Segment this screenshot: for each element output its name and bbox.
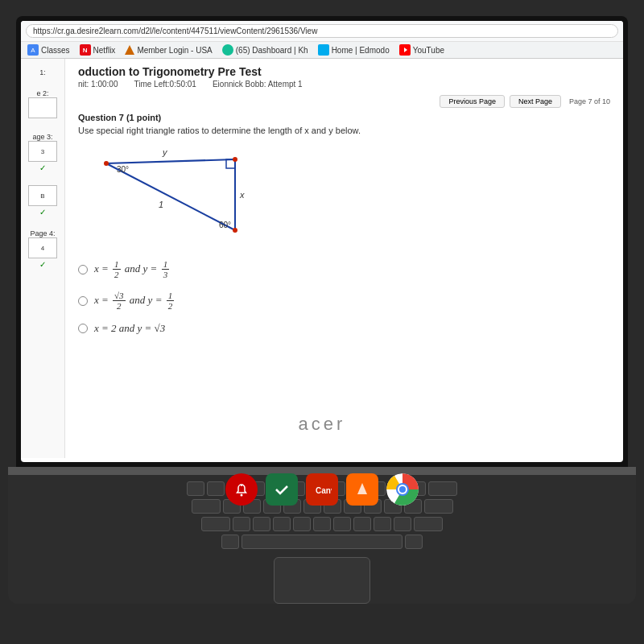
- answer-choice-a[interactable]: x = 12 and y = 13: [78, 259, 610, 279]
- quiz-info: nit: 1:00:00 Time Left:0:50:01 Eionnick …: [78, 80, 610, 89]
- main-content: oduction to Trigonometry Pre Test nit: 1…: [65, 59, 623, 458]
- screen: https://cr.ga.desire2learn.com/d2l/le/co…: [21, 21, 623, 462]
- page-content: 1: e 2: age 3: 3 ✓ B ✓: [21, 59, 623, 458]
- dock-canvas-icon[interactable]: Canv: [306, 473, 338, 506]
- nav-buttons: Previous Page Next Page: [440, 95, 561, 108]
- bookmark-youtube[interactable]: YouTube: [399, 44, 444, 56]
- question-points: (1 point): [126, 113, 161, 122]
- bookmark-khan[interactable]: (65) Dashboard | Kh: [222, 44, 308, 56]
- svg-text:Canv: Canv: [316, 486, 332, 495]
- svg-point-10: [233, 157, 237, 162]
- bookmark-member-label: Member Login - USA: [137, 46, 212, 55]
- key-f[interactable]: [293, 517, 311, 531]
- sidebar-check-b: ✓: [39, 208, 46, 217]
- sidebar-item-4[interactable]: Page 4: 4 ✓: [24, 226, 61, 272]
- key-s[interactable]: [253, 517, 270, 531]
- khanacademy-icon: [222, 44, 233, 56]
- netflix-icon: N: [80, 44, 91, 56]
- acer-logo: acer: [299, 414, 346, 435]
- sidebar-page-box-2: [28, 97, 57, 118]
- key-space-right[interactable]: [405, 535, 423, 549]
- radio-b[interactable]: [78, 296, 88, 306]
- dock-paw-icon[interactable]: [346, 473, 378, 506]
- sidebar-label-4: Page 4:: [30, 229, 55, 237]
- bookmark-classes-label: Classes: [41, 46, 70, 55]
- sidebar-label-2: e 2:: [36, 89, 48, 97]
- bookmark-netflix[interactable]: N Netflix: [80, 44, 116, 56]
- svg-text:60°: 60°: [219, 221, 231, 229]
- sidebar-item-1[interactable]: 1:: [24, 65, 61, 80]
- sidebar-label-3: age 3:: [32, 133, 52, 141]
- key-tab[interactable]: [192, 499, 221, 514]
- sidebar-page-box-b: B: [28, 185, 57, 206]
- answer-choice-c[interactable]: x = 2 and y = √3: [78, 322, 610, 335]
- dock-notification-icon[interactable]: [225, 473, 258, 506]
- laptop-frame: https://cr.ga.desire2learn.com/d2l/le/co…: [0, 0, 644, 644]
- screen-bezel: https://cr.ga.desire2learn.com/d2l/le/co…: [16, 16, 628, 467]
- bookmark-edmodo[interactable]: Home | Edmodo: [318, 44, 390, 56]
- bookmarks-bar: A Classes N Netflix Member Login - USA: [21, 42, 623, 58]
- touchpad[interactable]: [274, 557, 370, 604]
- sidebar-page-box-3: 3: [28, 141, 57, 162]
- student-name: Eionnick Bobb: Attempt 1: [213, 80, 303, 89]
- key-g[interactable]: [313, 517, 331, 531]
- bookmark-member[interactable]: Member Login - USA: [125, 45, 212, 55]
- radio-a[interactable]: [78, 265, 88, 275]
- sidebar-check-3: ✓: [39, 163, 46, 172]
- answer-text-b: x = √32 and y = 12: [94, 291, 175, 311]
- key-space-left[interactable]: [221, 535, 239, 549]
- bookmark-edmodo-label: Home | Edmodo: [332, 46, 390, 55]
- key-space[interactable]: [242, 535, 402, 549]
- sidebar-item-2[interactable]: e 2:: [24, 86, 61, 123]
- key-k[interactable]: [374, 517, 391, 531]
- answer-choice-b[interactable]: x = √32 and y = 12: [78, 291, 610, 311]
- key-h[interactable]: [333, 517, 351, 531]
- classes-icon: A: [27, 44, 39, 56]
- dock-canvas-green-icon[interactable]: [266, 473, 298, 506]
- svg-rect-19: [272, 480, 291, 499]
- bookmark-netflix-label: Netflix: [93, 46, 116, 55]
- dock-chrome-icon[interactable]: [386, 473, 419, 506]
- diagram-area: y 30° x 1 60°: [86, 143, 610, 251]
- key-1[interactable]: [187, 481, 204, 496]
- page-title: oduction to Trigonometry Pre Test: [78, 65, 610, 78]
- key-l[interactable]: [394, 517, 411, 531]
- sidebar-check-4: ✓: [39, 260, 46, 269]
- dock-area: Canv: [225, 473, 419, 506]
- address-bar[interactable]: https://cr.ga.desire2learn.com/d2l/le/co…: [26, 24, 618, 38]
- bookmark-khan-label: (65) Dashboard | Kh: [236, 46, 308, 55]
- address-bar-row: https://cr.ga.desire2learn.com/d2l/le/co…: [21, 21, 623, 42]
- key-caps[interactable]: [201, 517, 230, 531]
- svg-point-27: [399, 486, 406, 493]
- sidebar-item-3[interactable]: age 3: 3 ✓: [24, 130, 61, 175]
- svg-point-18: [241, 494, 243, 497]
- sidebar: 1: e 2: age 3: 3 ✓ B ✓: [21, 59, 65, 458]
- sidebar-item-b[interactable]: B ✓: [24, 182, 61, 220]
- key-backspace[interactable]: [428, 481, 457, 496]
- svg-line-5: [106, 159, 235, 163]
- key-2[interactable]: [207, 481, 225, 496]
- bookmark-youtube-label: YouTube: [413, 46, 444, 55]
- svg-marker-0: [125, 45, 134, 55]
- keyboard-row-3: [201, 517, 443, 531]
- key-a[interactable]: [233, 517, 250, 531]
- edmodo-icon: [318, 44, 329, 56]
- answer-choices: x = 12 and y = 13 x =: [78, 259, 610, 335]
- keyboard-row-4: [221, 535, 423, 549]
- svg-rect-2: [320, 46, 328, 54]
- svg-point-1: [224, 46, 232, 54]
- answer-text-a: x = 12 and y = 13: [94, 259, 171, 279]
- key-enter2[interactable]: [414, 517, 443, 531]
- bookmark-classes[interactable]: A Classes: [27, 44, 70, 56]
- key-j[interactable]: [353, 517, 371, 531]
- radio-c[interactable]: [78, 324, 88, 333]
- key-enter[interactable]: [424, 499, 453, 514]
- prev-page-button[interactable]: Previous Page: [440, 95, 505, 108]
- browser-chrome: https://cr.ga.desire2learn.com/d2l/le/co…: [21, 21, 623, 59]
- svg-point-11: [233, 228, 237, 233]
- question-number: Question 7: [78, 113, 124, 122]
- member-icon: [125, 45, 134, 55]
- key-d[interactable]: [273, 517, 291, 531]
- next-page-button[interactable]: Next Page: [510, 95, 561, 108]
- sidebar-page-box-4: 4: [28, 237, 57, 258]
